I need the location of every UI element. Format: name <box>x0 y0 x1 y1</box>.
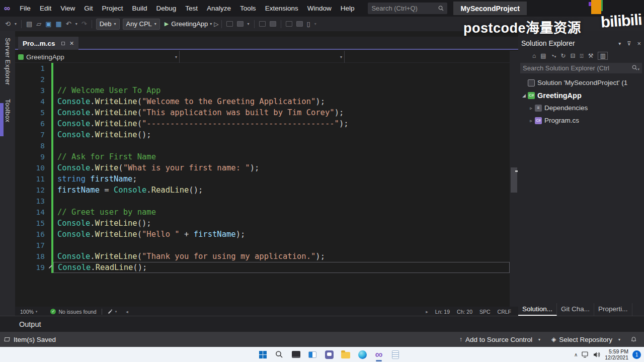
code-text[interactable]: // Welcome User To App <box>53 85 510 96</box>
solution-explorer-search-box[interactable]: Search Solution Explorer (Ctrl ▾ <box>520 63 642 73</box>
code-text[interactable]: Console.WriteLine(); <box>53 218 510 229</box>
code-line-11[interactable]: 11string firstName; <box>15 173 518 185</box>
expand-arrow-icon[interactable]: ▹ <box>528 106 534 111</box>
account-avatar[interactable] <box>589 0 604 15</box>
line-number[interactable]: 19 <box>15 262 48 273</box>
line-number[interactable]: 2 <box>15 74 48 85</box>
code-line-7[interactable]: 7Console.WriteLine(); <box>15 129 518 140</box>
open-file-icon[interactable]: ▱ <box>36 20 41 28</box>
code-line-12[interactable]: 12firstName = Console.ReadLine(); <box>15 185 518 196</box>
code-line-18[interactable]: 18Console.WriteLine("Thank you for using… <box>15 251 518 262</box>
code-text[interactable] <box>53 196 510 207</box>
menu-item-test[interactable]: Test <box>181 5 202 12</box>
tool-tab-solution[interactable]: Solution... <box>518 303 557 316</box>
visual-studio-button[interactable]: ∞ <box>373 348 385 360</box>
tool-tab-properti[interactable]: Properti... <box>594 303 632 316</box>
pending-changes-filter-icon[interactable]: ◔▾ <box>551 52 556 59</box>
menu-item-file[interactable]: File <box>15 5 35 12</box>
code-text[interactable]: Console.Write("What is your first name: … <box>53 162 510 173</box>
pin-icon[interactable]: ⊽ <box>627 40 631 47</box>
step-into-icon[interactable] <box>259 21 266 27</box>
start-without-debugging-icon[interactable]: ▷ <box>214 21 218 28</box>
breadcrumb-member-dropdown[interactable] <box>345 51 518 63</box>
code-text[interactable]: Console.WriteLine("Hello " + firstName); <box>53 229 510 240</box>
code-line-13[interactable]: 13 <box>15 196 518 207</box>
menu-item-extensions[interactable]: Extensions <box>261 5 303 12</box>
line-ending-indicator[interactable]: CRLF <box>498 309 511 315</box>
code-line-9[interactable]: 9// Ask for First Name <box>15 151 518 162</box>
vertical-scrollbar[interactable] <box>510 51 518 307</box>
code-line-8[interactable]: 8 <box>15 140 518 151</box>
edge-button[interactable] <box>356 348 368 360</box>
line-number[interactable]: 18 <box>15 251 48 262</box>
code-text[interactable] <box>53 240 510 251</box>
code-text[interactable]: firstName = Console.ReadLine(); <box>53 185 510 196</box>
close-icon[interactable]: × <box>70 39 74 47</box>
menu-item-edit[interactable]: Edit <box>35 5 56 12</box>
notifications-bell-icon[interactable] <box>630 336 637 343</box>
attach-process-icon[interactable] <box>237 21 244 27</box>
save-icon[interactable]: ▣ <box>45 20 51 28</box>
notification-count-badge[interactable]: 1 <box>632 350 641 359</box>
code-line-6[interactable]: 6Console.WriteLine("--------------------… <box>15 118 518 129</box>
step-over-icon[interactable] <box>270 21 276 27</box>
line-number[interactable]: 14 <box>15 207 48 218</box>
new-file-icon[interactable]: ▤ <box>26 20 32 28</box>
tree-item-dependencies[interactable]: ▹≡Dependencies <box>518 102 644 114</box>
code-text[interactable]: string firstName; <box>53 173 510 185</box>
menu-item-debug[interactable]: Debug <box>152 5 181 12</box>
line-number[interactable]: 10 <box>15 162 48 173</box>
preview-selected-items-icon[interactable]: ▥ <box>598 52 607 60</box>
chevron-down-icon[interactable]: ▾ <box>538 337 540 342</box>
expand-arrow-icon[interactable]: ▹ <box>528 118 534 123</box>
start-debugging-button[interactable]: ▶ GreetingApp ▾ ▷ <box>165 20 219 28</box>
code-line-10[interactable]: 10Console.Write("What is your first name… <box>15 162 518 173</box>
line-number[interactable]: 13 <box>15 196 48 207</box>
collapse-arrow-icon[interactable]: ◢ <box>521 93 527 98</box>
chevron-down-icon[interactable]: ▾ <box>618 337 620 342</box>
code-text[interactable]: Console.WriteLine("Welcome to the Greeti… <box>53 96 510 107</box>
save-all-icon[interactable]: ▦ <box>56 20 62 28</box>
line-number[interactable]: 4 <box>15 96 48 107</box>
line-indicator[interactable]: Ln: 19 <box>435 309 450 315</box>
chevron-down-icon[interactable]: ▾ <box>618 41 621 46</box>
add-to-source-control-button[interactable]: Add to Source Control <box>465 336 532 343</box>
indent-icon[interactable] <box>286 21 292 27</box>
code-line-16[interactable]: 16Console.WriteLine("Hello " + firstName… <box>15 229 518 240</box>
line-number[interactable]: 11 <box>15 173 48 185</box>
space-mode-indicator[interactable]: SPC <box>479 309 491 315</box>
code-text[interactable]: Console.WriteLine("Thank you for using m… <box>53 251 510 262</box>
line-number[interactable]: 9 <box>15 151 48 162</box>
line-number[interactable]: 3 <box>15 85 48 96</box>
scroll-right-icon[interactable]: ▸ <box>426 309 428 314</box>
pin-icon[interactable] <box>61 42 65 45</box>
line-number[interactable]: 6 <box>15 118 48 129</box>
properties-icon[interactable]: ⚒ <box>588 52 594 59</box>
document-tab-program-cs[interactable]: Pro...m.cs × <box>18 37 78 50</box>
redo-icon[interactable]: ↷ <box>82 20 87 28</box>
configuration-dropdown[interactable]: Deb ▾ <box>96 19 120 30</box>
code-line-5[interactable]: 5Console.WriteLine("This application was… <box>15 107 518 118</box>
code-cleanup-icon[interactable] <box>107 309 113 315</box>
start-button[interactable] <box>257 348 269 360</box>
line-number[interactable]: 7 <box>15 129 48 140</box>
line-number[interactable]: 15 <box>15 218 48 229</box>
breakpoint-panel-icon[interactable] <box>226 21 233 27</box>
menu-item-tools[interactable]: Tools <box>235 5 261 12</box>
menu-item-build[interactable]: Build <box>127 5 151 12</box>
scroll-left-icon[interactable]: ◂ <box>126 309 128 314</box>
code-text[interactable] <box>53 140 510 151</box>
navigate-back-icon[interactable]: ⟲ <box>5 20 11 28</box>
code-line-4[interactable]: 4Console.WriteLine("Welcome to the Greet… <box>15 96 518 107</box>
code-line-15[interactable]: 15Console.WriteLine(); <box>15 218 518 229</box>
menu-item-view[interactable]: View <box>56 5 79 12</box>
toolbox-tab[interactable]: Toolbox <box>4 99 11 123</box>
undo-icon[interactable]: ↶ <box>66 20 71 28</box>
output-panel[interactable]: Output <box>0 316 644 332</box>
code-text[interactable]: Console.WriteLine(); <box>53 129 510 140</box>
quick-search-box[interactable]: Search (Ctrl+Q) <box>368 3 447 14</box>
tray-expand-icon[interactable]: ∧ <box>574 352 578 357</box>
code-line-1[interactable]: 1 <box>15 63 518 74</box>
code-text[interactable]: // Ask for First Name <box>53 151 510 162</box>
menu-item-analyze[interactable]: Analyze <box>202 5 235 12</box>
